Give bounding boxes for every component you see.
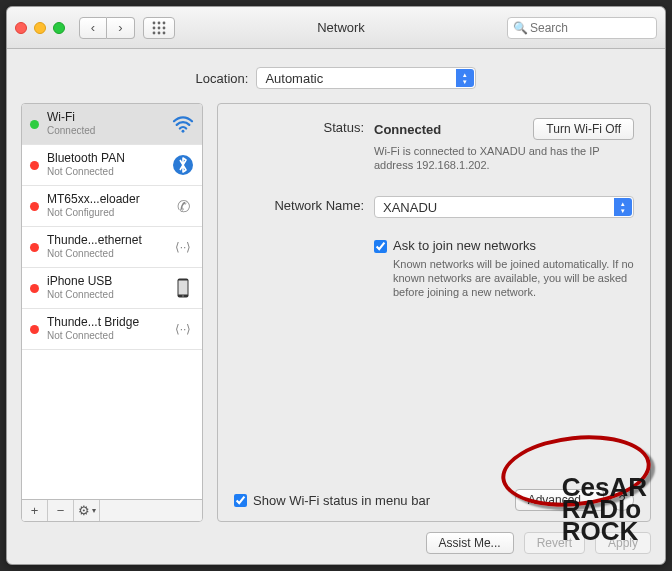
status-value: Connected	[374, 122, 441, 137]
show-menubar-checkbox[interactable]	[234, 494, 247, 507]
thunderbolt-icon: ⟨··⟩	[172, 318, 194, 340]
back-button[interactable]: ‹	[79, 17, 107, 39]
svg-point-8	[163, 31, 166, 34]
remove-service-button[interactable]: −	[48, 500, 74, 521]
search-input[interactable]	[507, 17, 657, 39]
chevron-right-icon: ›	[118, 20, 122, 35]
status-dot-icon	[30, 120, 39, 129]
updown-icon: ▴▾	[614, 198, 632, 216]
status-dot-icon	[30, 325, 39, 334]
advanced-button[interactable]: Advanced...	[515, 489, 604, 511]
service-name: Thunde...t Bridge	[47, 315, 157, 329]
svg-point-2	[163, 21, 166, 24]
svg-point-4	[158, 26, 161, 29]
turn-wifi-off-button[interactable]: Turn Wi-Fi Off	[533, 118, 634, 140]
network-name-select[interactable]: XANADU ▴▾	[374, 196, 634, 218]
ask-join-row: Ask to join new networks Known networks …	[374, 238, 634, 299]
sidebar-item-text: MT65xx...eloader Not Configured	[47, 192, 164, 220]
iphone-icon	[172, 277, 194, 299]
panel-footer: Show Wi-Fi status in menu bar Advanced..…	[234, 473, 634, 511]
show-menubar-label: Show Wi-Fi status in menu bar	[253, 493, 430, 508]
show-all-button[interactable]	[143, 17, 175, 39]
service-sidebar: Wi-Fi Connected Bluetooth PAN Not Connec…	[21, 103, 203, 522]
service-name: MT65xx...eloader	[47, 192, 157, 206]
traffic-lights	[15, 22, 65, 34]
two-column: Wi-Fi Connected Bluetooth PAN Not Connec…	[21, 103, 651, 522]
bottom-buttons: Assist Me... Revert Apply	[21, 532, 651, 554]
status-label: Status:	[234, 118, 364, 172]
sidebar-item-text: Thunde...ethernet Not Connected	[47, 233, 164, 261]
search-field-wrap: 🔍	[507, 17, 657, 39]
sidebar-item-thunderbolt-bridge[interactable]: Thunde...t Bridge Not Connected ⟨··⟩	[22, 309, 202, 350]
network-name-value-wrap: XANADU ▴▾	[374, 196, 634, 218]
svg-point-0	[153, 21, 156, 24]
service-actions-button[interactable]: ⚙▾	[74, 500, 100, 521]
nav-buttons: ‹ ›	[79, 17, 135, 39]
status-dot-icon	[30, 202, 39, 211]
svg-point-5	[163, 26, 166, 29]
assist-me-button[interactable]: Assist Me...	[426, 532, 514, 554]
revert-button[interactable]: Revert	[524, 532, 585, 554]
service-name: Bluetooth PAN	[47, 151, 157, 165]
thunderbolt-icon: ⟨··⟩	[172, 236, 194, 258]
service-status: Not Connected	[47, 247, 164, 261]
bluetooth-icon	[172, 154, 194, 176]
network-name-label: Network Name:	[234, 196, 364, 218]
zoom-icon[interactable]	[53, 22, 65, 34]
svg-point-13	[182, 295, 184, 297]
service-status: Not Connected	[47, 288, 164, 302]
help-button[interactable]: ?	[610, 489, 634, 511]
ask-join-label: Ask to join new networks	[393, 238, 634, 253]
svg-point-1	[158, 21, 161, 24]
location-label: Location:	[196, 71, 249, 86]
sidebar-item-text: Wi-Fi Connected	[47, 110, 164, 138]
service-name: Thunde...ethernet	[47, 233, 157, 247]
ask-join-checkbox[interactable]	[374, 240, 387, 253]
svg-point-6	[153, 31, 156, 34]
service-list[interactable]: Wi-Fi Connected Bluetooth PAN Not Connec…	[22, 104, 202, 499]
minimize-icon[interactable]	[34, 22, 46, 34]
location-select[interactable]: Automatic ▴▾	[256, 67, 476, 89]
service-status: Not Connected	[47, 165, 164, 179]
sidebar-item-wifi[interactable]: Wi-Fi Connected	[22, 104, 202, 145]
chevron-left-icon: ‹	[91, 20, 95, 35]
svg-point-7	[158, 31, 161, 34]
status-dot-icon	[30, 284, 39, 293]
detail-panel: Status: Connected Turn Wi-Fi Off Wi-Fi i…	[217, 103, 651, 522]
status-dot-icon	[30, 161, 39, 170]
gear-icon: ⚙	[78, 503, 90, 518]
service-status: Connected	[47, 124, 164, 138]
sidebar-item-mt65xx[interactable]: MT65xx...eloader Not Configured ✆	[22, 186, 202, 227]
updown-icon: ▴▾	[456, 69, 474, 87]
sidebar-item-iphone-usb[interactable]: iPhone USB Not Connected	[22, 268, 202, 309]
forward-button[interactable]: ›	[107, 17, 135, 39]
sidebar-item-bluetooth[interactable]: Bluetooth PAN Not Connected	[22, 145, 202, 186]
sidebar-item-thunderbolt-ethernet[interactable]: Thunde...ethernet Not Connected ⟨··⟩	[22, 227, 202, 268]
ask-join-description: Known networks will be joined automatica…	[393, 257, 634, 299]
location-row: Location: Automatic ▴▾	[21, 67, 651, 89]
sidebar-footer: + − ⚙▾	[22, 499, 202, 521]
location-value: Automatic	[265, 71, 323, 86]
service-status: Not Configured	[47, 206, 164, 220]
sidebar-item-text: iPhone USB Not Connected	[47, 274, 164, 302]
status-description: Wi-Fi is connected to XANADU and has the…	[374, 144, 634, 172]
grid-icon	[152, 21, 166, 35]
window-title: Network	[183, 20, 499, 35]
network-name-value: XANADU	[383, 200, 437, 215]
apply-button[interactable]: Apply	[595, 532, 651, 554]
svg-point-9	[182, 130, 185, 133]
window-body: Location: Automatic ▴▾ Wi-Fi Connected	[7, 49, 665, 564]
service-name: Wi-Fi	[47, 110, 157, 124]
service-status: Not Connected	[47, 329, 164, 343]
search-icon: 🔍	[513, 21, 528, 35]
status-row: Status: Connected Turn Wi-Fi Off Wi-Fi i…	[234, 118, 634, 172]
phone-icon: ✆	[172, 195, 194, 217]
wifi-icon	[172, 113, 194, 135]
chevron-down-icon: ▾	[92, 506, 96, 515]
add-service-button[interactable]: +	[22, 500, 48, 521]
close-icon[interactable]	[15, 22, 27, 34]
svg-point-3	[153, 26, 156, 29]
titlebar: ‹ › Network 🔍	[7, 7, 665, 49]
sidebar-item-text: Bluetooth PAN Not Connected	[47, 151, 164, 179]
status-value-wrap: Connected Turn Wi-Fi Off Wi-Fi is connec…	[374, 118, 634, 172]
